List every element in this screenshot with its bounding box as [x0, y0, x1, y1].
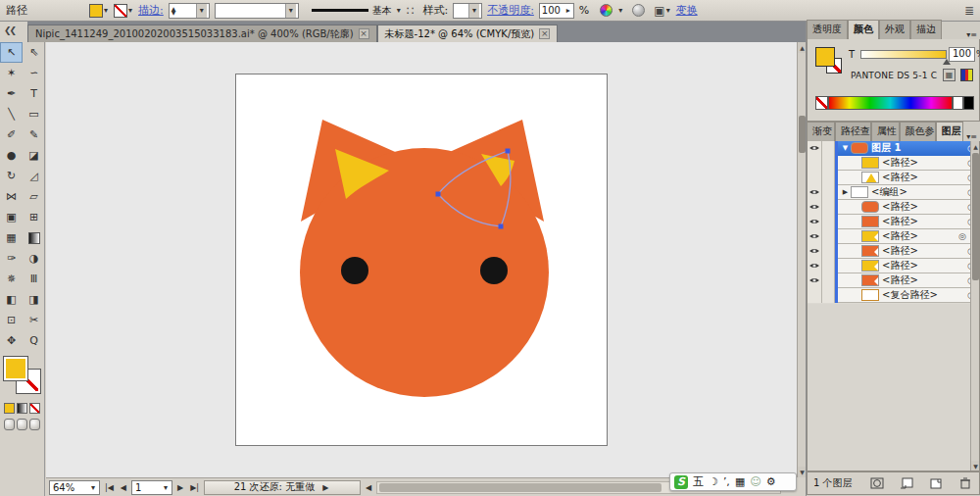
- layer-row[interactable]: ▶ <编组> ○: [808, 185, 979, 200]
- lock-toggle[interactable]: [822, 156, 835, 171]
- make-clipping-mask-button[interactable]: [869, 477, 885, 490]
- compound-path-name[interactable]: <复合路径>: [882, 288, 963, 302]
- account-icon[interactable]: ☺: [750, 475, 760, 488]
- out-of-gamut-icon[interactable]: [960, 69, 973, 81]
- gradient-mode-button[interactable]: [17, 403, 27, 414]
- width-profile-select[interactable]: ▾: [215, 3, 299, 19]
- first-artboard-button[interactable]: |◀: [103, 483, 116, 492]
- rectangle-tool[interactable]: ▭: [23, 104, 45, 124]
- path-name[interactable]: <路径>: [882, 215, 963, 228]
- layer-row[interactable]: <路径> ○: [808, 156, 979, 171]
- blend-tool[interactable]: ◑: [23, 248, 45, 269]
- document-tab-active[interactable]: 未标题-12* @ 64% (CMYK/预览) ×: [377, 25, 559, 42]
- settings-wrench-icon[interactable]: ⚙: [766, 475, 776, 488]
- paintbrush-tool[interactable]: ✐: [0, 124, 23, 145]
- perspective-grid-tool[interactable]: ⊞: [23, 207, 45, 227]
- path-name[interactable]: <路径>: [882, 229, 955, 243]
- symbol-sprayer-tool[interactable]: ✵: [0, 269, 23, 289]
- status-menu-icon[interactable]: ▶: [320, 483, 330, 492]
- width-tool[interactable]: ⋈: [0, 186, 23, 207]
- eyedropper-tool[interactable]: ✑: [0, 248, 23, 269]
- eraser-tool[interactable]: ◪: [23, 145, 45, 166]
- lock-toggle[interactable]: [822, 171, 835, 185]
- new-sublayer-button[interactable]: [899, 477, 914, 490]
- color-spectrum-bar[interactable]: [828, 96, 953, 110]
- group-thumbnail[interactable]: [851, 186, 868, 198]
- draw-inside-button[interactable]: [29, 419, 40, 430]
- path-thumbnail[interactable]: [861, 157, 879, 169]
- lock-toggle[interactable]: [822, 200, 835, 215]
- layer-row-selected[interactable]: <路径> ◎: [808, 229, 979, 244]
- cat-head-shape[interactable]: [300, 148, 549, 397]
- visibility-eye-icon[interactable]: [808, 200, 822, 215]
- zoom-level-select[interactable]: 64% ▾: [49, 480, 100, 495]
- layer-row[interactable]: <路径> ○: [808, 273, 979, 288]
- type-tool[interactable]: T: [23, 83, 45, 104]
- document-setup-icon[interactable]: [632, 4, 645, 17]
- tab-stroke[interactable]: 描边: [910, 20, 942, 39]
- tab-layers[interactable]: 图层: [936, 122, 964, 141]
- brushes-panel-icon[interactable]: ∷: [407, 4, 415, 18]
- layer-row-main[interactable]: ▼ 图层 1 ○: [808, 141, 979, 156]
- pencil-tool[interactable]: ✎: [23, 124, 45, 145]
- gradient-tool[interactable]: [23, 227, 45, 248]
- group-name[interactable]: <编组>: [871, 185, 963, 199]
- spectrum-white-swatch[interactable]: [953, 96, 963, 110]
- visibility-eye-icon[interactable]: [808, 141, 822, 156]
- prev-artboard-button[interactable]: ◀: [119, 483, 128, 492]
- scroll-up-icon[interactable]: ▲: [971, 141, 980, 152]
- slice-tool[interactable]: ✂: [23, 310, 45, 330]
- panel-menu-icon[interactable]: ▾≡: [963, 132, 980, 141]
- layer-row[interactable]: <路径> ○: [808, 259, 979, 273]
- tint-value-input[interactable]: 100: [949, 47, 975, 62]
- tab-gradient[interactable]: 渐变: [807, 122, 835, 141]
- fill-indicator[interactable]: [4, 357, 27, 380]
- pen-tool[interactable]: ✒: [0, 83, 23, 104]
- visibility-eye-icon[interactable]: [808, 156, 822, 171]
- artboard-tool[interactable]: ⊡: [0, 310, 23, 330]
- opacity-input[interactable]: 100 ▸: [539, 3, 574, 19]
- lock-toggle[interactable]: [822, 273, 835, 288]
- stroke-weight-input[interactable]: ▲▼ ▾: [169, 3, 210, 19]
- path-thumbnail[interactable]: [861, 260, 879, 272]
- new-layer-button[interactable]: [928, 477, 944, 490]
- scrollbar-thumb[interactable]: [799, 116, 806, 153]
- layers-scrollbar[interactable]: ▲ ▼: [970, 141, 979, 471]
- fill-color-swatch[interactable]: ▾: [89, 4, 109, 18]
- visibility-eye-icon[interactable]: [808, 288, 822, 303]
- lock-toggle[interactable]: [822, 244, 835, 259]
- delete-layer-button[interactable]: [957, 477, 973, 490]
- panel-menu-icon[interactable]: ▾≡: [963, 30, 980, 39]
- rotate-tool[interactable]: ↻: [0, 166, 23, 186]
- tint-slider[interactable]: [860, 50, 947, 59]
- recolor-artwork-icon[interactable]: [600, 4, 612, 17]
- layer-row[interactable]: <复合路径> ○: [808, 288, 979, 303]
- stroke-color-swatch[interactable]: ▾: [114, 4, 133, 18]
- anchor-point[interactable]: [506, 149, 511, 154]
- layer-row[interactable]: <路径> ○: [808, 215, 979, 229]
- path-name[interactable]: <路径>: [882, 259, 963, 273]
- path-name[interactable]: <路径>: [882, 273, 963, 287]
- close-icon[interactable]: ×: [359, 28, 369, 39]
- layer-name[interactable]: 图层 1: [871, 141, 963, 155]
- anchor-point[interactable]: [499, 224, 504, 229]
- visibility-eye-icon[interactable]: [808, 185, 822, 200]
- scroll-down-icon[interactable]: ▼: [971, 461, 980, 471]
- draw-behind-button[interactable]: [17, 419, 27, 430]
- visibility-eye-icon[interactable]: [808, 215, 822, 229]
- tab-color-guide[interactable]: 颜色参: [900, 122, 936, 141]
- visibility-eye-icon[interactable]: [808, 259, 822, 273]
- scale-tool[interactable]: ◿: [23, 166, 45, 186]
- none-mode-button[interactable]: [29, 403, 40, 414]
- swatch-book-icon[interactable]: ▦: [943, 69, 956, 81]
- collapse-panels-icon[interactable]: ❮❮: [4, 25, 15, 35]
- live-paint-selection-tool[interactable]: ◨: [23, 289, 45, 310]
- brush-definition-select[interactable]: 基本 ▾: [312, 4, 402, 18]
- visibility-eye-icon[interactable]: [808, 229, 822, 244]
- anchor-point[interactable]: [436, 192, 441, 197]
- path-name[interactable]: <路径>: [882, 171, 963, 184]
- visibility-eye-icon[interactable]: [808, 273, 822, 288]
- right-eye-shape[interactable]: [480, 257, 508, 284]
- path-thumbnail[interactable]: [861, 274, 879, 286]
- spectrum-none-swatch[interactable]: [815, 96, 828, 110]
